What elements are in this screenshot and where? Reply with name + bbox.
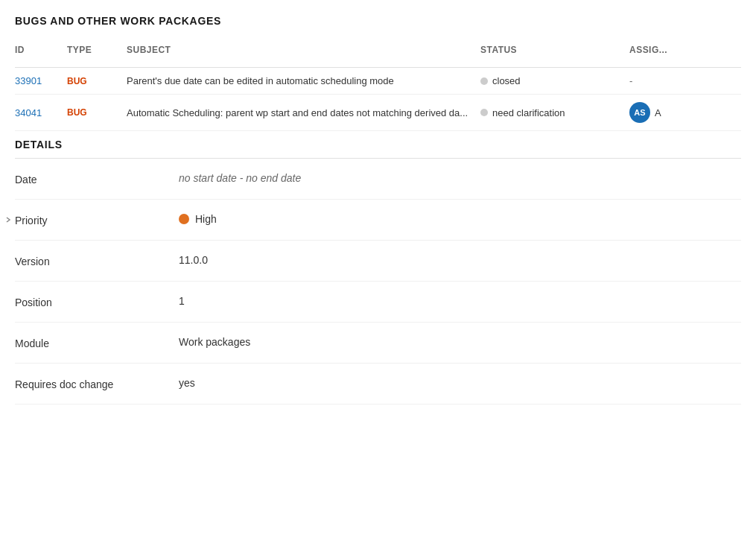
table-row: 34041 BUG Automatic Scheduling: parent w…: [15, 95, 741, 131]
row-subject-33901: Parent's due date can be edited in autom…: [127, 75, 480, 86]
priority-value: High: [179, 213, 741, 225]
details-requires-doc-row: Requires doc change yes: [15, 364, 741, 405]
priority-label: Priority: [15, 213, 179, 226]
header-status: STATUS: [480, 39, 629, 61]
module-label: Module: [15, 336, 179, 349]
details-version-row: Version 11.0.0: [15, 241, 741, 282]
details-section: DETAILS Date no start date - no end date…: [15, 139, 741, 405]
status-dot: [480, 109, 488, 116]
header-assignee: ASSIG...: [629, 39, 741, 61]
details-section-title: DETAILS: [15, 139, 741, 159]
module-value: Work packages: [179, 336, 741, 348]
header-type: TYPE: [67, 39, 127, 61]
status-dot: [480, 77, 488, 85]
position-value: 1: [179, 295, 741, 307]
row-assignee-34041: AS A: [629, 102, 741, 123]
row-id-34041[interactable]: 34041: [15, 107, 67, 118]
priority-text: High: [195, 213, 217, 225]
assignee-dash: -: [629, 75, 632, 86]
position-label: Position: [15, 295, 179, 308]
status-text: need clarification: [492, 107, 565, 118]
version-label: Version: [15, 254, 179, 267]
details-priority-row[interactable]: Priority High: [15, 200, 741, 241]
priority-dot: [179, 214, 189, 224]
assignee-initial: A: [655, 107, 661, 118]
row-subject-34041: Automatic Scheduling: parent wp start an…: [127, 107, 480, 118]
chevron-right-icon: [4, 216, 12, 223]
date-value: no start date - no end date: [179, 172, 741, 184]
row-id-33901[interactable]: 33901: [15, 75, 67, 86]
requires-doc-value: yes: [179, 377, 741, 389]
row-status-34041: need clarification: [480, 107, 629, 118]
page-container: BUGS AND OTHER WORK PACKAGES ID TYPE SUB…: [0, 0, 756, 419]
details-module-row: Module Work packages: [15, 323, 741, 364]
header-subject: SUBJECT: [127, 39, 480, 61]
row-status-33901: closed: [480, 75, 629, 86]
row-type-33901: BUG: [67, 76, 127, 86]
header-id: ID: [15, 39, 67, 61]
row-type-34041: BUG: [67, 107, 127, 118]
row-assignee-33901: -: [629, 75, 741, 86]
version-value: 11.0.0: [179, 254, 741, 266]
priority-container: High: [179, 213, 741, 225]
date-label: Date: [15, 172, 179, 185]
status-text: closed: [492, 75, 521, 86]
table-row: 33901 BUG Parent's due date can be edite…: [15, 68, 741, 95]
bugs-section-title: BUGS AND OTHER WORK PACKAGES: [15, 15, 741, 27]
details-date-row: Date no start date - no end date: [15, 159, 741, 200]
requires-doc-label: Requires doc change: [15, 377, 179, 390]
details-position-row: Position 1: [15, 282, 741, 323]
avatar: AS: [629, 102, 650, 123]
table-header: ID TYPE SUBJECT STATUS ASSIG...: [15, 39, 741, 68]
